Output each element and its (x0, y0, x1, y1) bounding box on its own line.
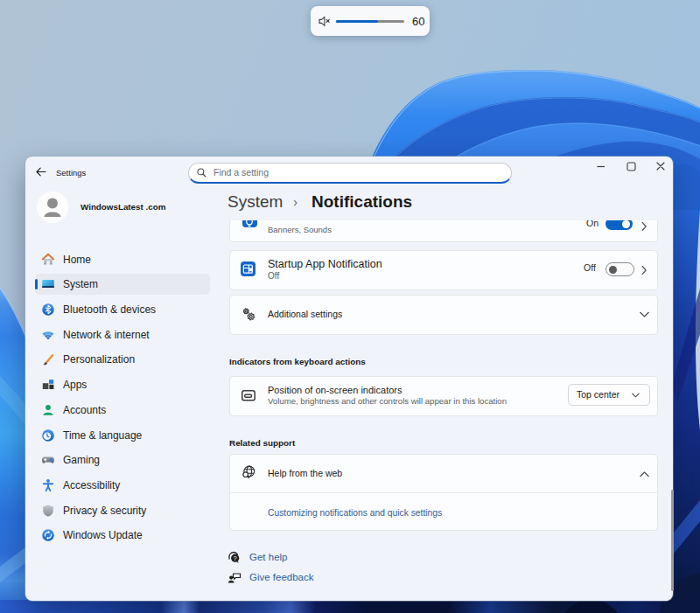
svg-text:?: ? (234, 554, 237, 562)
